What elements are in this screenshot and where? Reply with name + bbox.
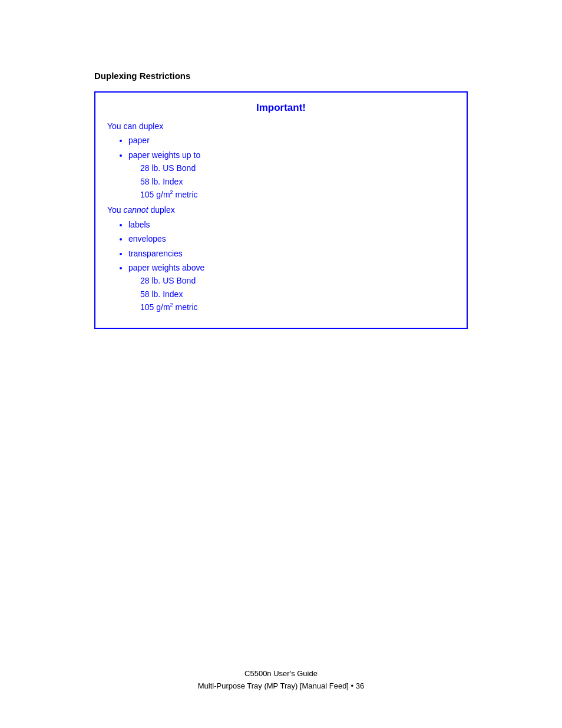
important-box: Important! You can duplex paper paper we… — [94, 91, 468, 329]
important-heading: Important! — [107, 102, 455, 114]
can-duplex-sub-1: 28 lb. US Bond — [140, 162, 455, 174]
page-content: Duplexing Restrictions Important! You ca… — [0, 0, 562, 394]
cannot-duplex-weights: paper weights above 28 lb. US Bond 58 lb… — [128, 261, 455, 314]
cannot-duplex-sub-3: 105 g/m2 metric — [140, 301, 455, 314]
cannot-duplex-sub-2: 58 lb. Index — [140, 288, 455, 301]
cannot-duplex-sub-list: 28 lb. US Bond 58 lb. Index 105 g/m2 met… — [128, 274, 455, 314]
can-duplex-label: You can duplex — [107, 120, 455, 133]
cannot-duplex-envelopes: envelopes — [128, 232, 455, 245]
footer-line2: Multi-Purpose Tray (MP Tray) [Manual Fee… — [0, 680, 562, 693]
cannot-duplex-label: You cannot duplex — [107, 203, 455, 216]
can-duplex-sub-list: 28 lb. US Bond 58 lb. Index 105 g/m2 met… — [128, 162, 455, 201]
cannot-duplex-transparencies: transparencies — [128, 247, 455, 260]
footer-line1: C5500n User's Guide — [0, 668, 562, 680]
section-title: Duplexing Restrictions — [94, 71, 468, 81]
cannot-duplex-sub-1: 28 lb. US Bond — [140, 274, 455, 287]
can-duplex-sub-3: 105 g/m2 metric — [140, 188, 455, 201]
cannot-italic: cannot — [124, 205, 148, 215]
cannot-duplex-list: labels envelopes transparencies paper we… — [107, 218, 455, 314]
can-duplex-list: paper paper weights up to 28 lb. US Bond… — [107, 134, 455, 201]
can-duplex-paper: paper — [128, 134, 455, 147]
footer: C5500n User's Guide Multi-Purpose Tray (… — [0, 668, 562, 693]
can-duplex-sub-2: 58 lb. Index — [140, 175, 455, 188]
cannot-duplex-labels: labels — [128, 218, 455, 231]
can-duplex-weights: paper weights up to 28 lb. US Bond 58 lb… — [128, 149, 455, 202]
box-text: You can duplex paper paper weights up to… — [107, 120, 455, 314]
